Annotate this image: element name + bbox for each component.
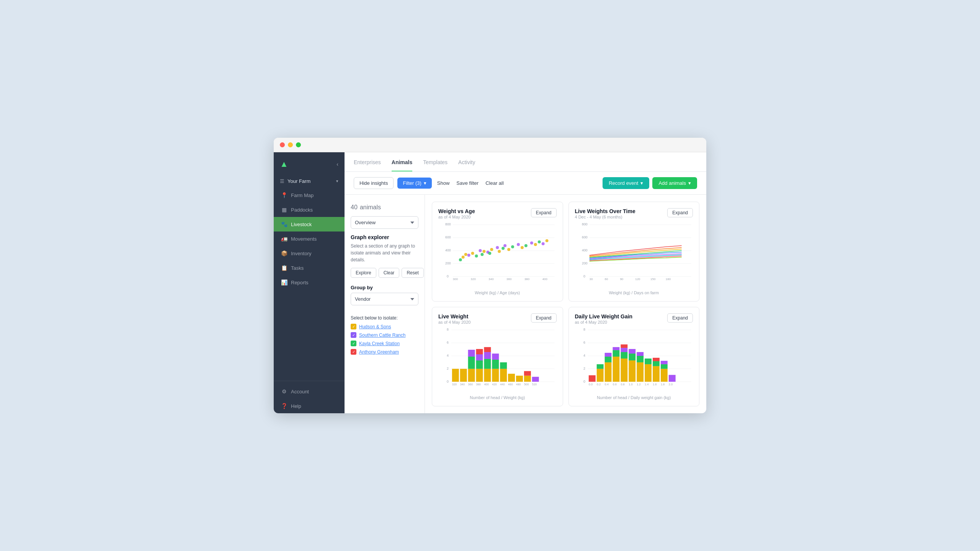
vendor-name[interactable]: Hudson & Sons bbox=[359, 324, 391, 329]
svg-rect-81 bbox=[492, 368, 499, 381]
farm-map-icon: 📍 bbox=[281, 192, 287, 198]
chart-subtitle: as of 4 May 2020 bbox=[575, 320, 633, 324]
main-content: EnterprisesAnimalsTemplatesActivity Hide… bbox=[345, 152, 706, 413]
expand-weight-vs-age-button[interactable]: Expand bbox=[531, 208, 557, 217]
vendor-name[interactable]: Kayla Creek Station bbox=[359, 341, 400, 346]
svg-text:360: 360 bbox=[506, 277, 512, 281]
vendor-name[interactable]: Southern Cattle Ranch bbox=[359, 333, 405, 338]
sidebar-item-farm-map[interactable]: 📍Farm Map bbox=[274, 188, 345, 202]
expand-daily-gain-button[interactable]: Expand bbox=[667, 313, 693, 323]
vendor-checkbox[interactable]: ✓ bbox=[351, 324, 356, 329]
sidebar-item-movements[interactable]: 🚛Movements bbox=[274, 231, 345, 246]
svg-text:500: 500 bbox=[524, 382, 529, 386]
logo-icon: ▲ bbox=[280, 159, 288, 169]
svg-text:90: 90 bbox=[620, 277, 623, 281]
record-event-label: Record event bbox=[609, 180, 638, 186]
chart-title: Weight vs Age bbox=[438, 208, 475, 214]
sidebar-item-livestock[interactable]: 🐾Livestock bbox=[274, 217, 345, 231]
charts-area: Weight vs Age as of 4 May 2020 Expand 80… bbox=[425, 195, 706, 413]
svg-point-26 bbox=[490, 248, 493, 251]
sidebar-item-reports[interactable]: 📊Reports bbox=[274, 275, 345, 290]
inventory-label: Inventory bbox=[291, 251, 311, 256]
svg-point-37 bbox=[530, 241, 533, 245]
record-event-chevron-icon: ▾ bbox=[640, 180, 643, 186]
vendor-name[interactable]: Anthony Greenham bbox=[359, 349, 399, 355]
add-animals-button[interactable]: Add animals ▾ bbox=[652, 177, 697, 189]
svg-text:6: 6 bbox=[583, 341, 585, 344]
account-label: Account bbox=[291, 389, 309, 395]
svg-text:800: 800 bbox=[581, 222, 587, 226]
chart-subtitle: 4 Dec - 4 May (6 months) bbox=[575, 215, 635, 219]
vendor-checkbox[interactable]: ✓ bbox=[351, 332, 356, 338]
sidebar: ▲ ‹ ☰ Your Farm ▾ 📍Farm Map▦Paddocks🐾Liv… bbox=[274, 152, 345, 413]
chart-header: Live Weights Over Time 4 Dec - 4 May (6 … bbox=[575, 208, 693, 219]
svg-point-41 bbox=[546, 239, 549, 242]
inventory-icon: 📦 bbox=[281, 250, 287, 256]
svg-text:1.2: 1.2 bbox=[637, 382, 640, 386]
hide-insights-button[interactable]: Hide insights bbox=[354, 177, 394, 189]
tab-animals[interactable]: Animals bbox=[392, 152, 412, 171]
vendor-checkbox[interactable]: ✓ bbox=[351, 349, 356, 355]
svg-rect-77 bbox=[484, 368, 491, 381]
weight-vs-age-chart: 800 600 400 200 0 bbox=[438, 221, 557, 289]
farm-icon: ☰ bbox=[280, 178, 284, 184]
svg-text:0.6: 0.6 bbox=[612, 382, 616, 386]
sidebar-item-help[interactable]: ❓Help bbox=[274, 399, 345, 413]
vendor-item: ✓Kayla Creek Station bbox=[351, 341, 418, 346]
svg-text:600: 600 bbox=[445, 235, 451, 239]
vendor-checkbox[interactable]: ✓ bbox=[351, 341, 356, 346]
svg-rect-79 bbox=[484, 352, 491, 359]
svg-rect-113 bbox=[596, 368, 603, 381]
group-by-select[interactable]: Vendor Paddock Tag bbox=[351, 293, 418, 305]
svg-rect-74 bbox=[476, 360, 483, 368]
svg-text:460: 460 bbox=[508, 382, 513, 386]
sidebar-item-account[interactable]: ⚙Account bbox=[274, 384, 345, 399]
daily-weight-gain-chart: 8 6 4 2 0 bbox=[575, 326, 693, 394]
tasks-label: Tasks bbox=[291, 265, 304, 271]
svg-rect-118 bbox=[612, 356, 619, 381]
clear-button[interactable]: Clear bbox=[379, 268, 400, 278]
show-button[interactable]: Show bbox=[436, 178, 451, 189]
sidebar-item-paddocks[interactable]: ▦Paddocks bbox=[274, 202, 345, 217]
minimize-dot[interactable] bbox=[288, 142, 293, 147]
app-window: ▲ ‹ ☰ Your Farm ▾ 📍Farm Map▦Paddocks🐾Liv… bbox=[274, 138, 706, 413]
explore-button[interactable]: Explore bbox=[351, 268, 376, 278]
svg-text:360: 360 bbox=[468, 382, 473, 386]
daily-gain-svg: 8 6 4 2 0 bbox=[575, 326, 693, 385]
sidebar-item-tasks[interactable]: 📋Tasks bbox=[274, 261, 345, 275]
sidebar-collapse-icon[interactable]: ‹ bbox=[336, 161, 338, 167]
tab-activity[interactable]: Activity bbox=[458, 152, 475, 171]
svg-text:320: 320 bbox=[452, 382, 457, 386]
vendor-item: ✓Southern Cattle Ranch bbox=[351, 332, 418, 338]
sidebar-farm[interactable]: ☰ Your Farm ▾ bbox=[274, 174, 345, 188]
graph-explorer-title: Graph explorer bbox=[351, 234, 418, 240]
svg-text:8: 8 bbox=[583, 328, 585, 331]
live-weights-svg: 800 600 400 200 0 bbox=[575, 221, 693, 280]
daily-weight-gain-card: Daily Live Weight Gain as of 4 May 2020 … bbox=[568, 307, 700, 407]
maximize-dot[interactable] bbox=[296, 142, 301, 147]
reset-button[interactable]: Reset bbox=[402, 268, 423, 278]
expand-live-weight-button[interactable]: Expand bbox=[531, 313, 557, 323]
svg-text:1.4: 1.4 bbox=[645, 382, 648, 386]
live-weight-axis-label: Number of head / Weight (kg) bbox=[438, 395, 557, 400]
farm-map-label: Farm Map bbox=[291, 192, 314, 198]
svg-text:0.2: 0.2 bbox=[596, 382, 600, 386]
svg-rect-119 bbox=[612, 350, 619, 357]
filter-button[interactable]: Filter (3) ▾ bbox=[397, 178, 431, 189]
tab-templates[interactable]: Templates bbox=[423, 152, 448, 171]
tab-enterprises[interactable]: Enterprises bbox=[354, 152, 381, 171]
overview-select[interactable]: Overview Details Summary bbox=[351, 216, 418, 229]
save-filter-button[interactable]: Save filter bbox=[455, 178, 480, 189]
svg-text:200: 200 bbox=[445, 261, 451, 265]
svg-rect-71 bbox=[468, 356, 475, 368]
svg-rect-134 bbox=[653, 361, 660, 366]
add-animals-label: Add animals bbox=[658, 180, 686, 186]
sidebar-item-inventory[interactable]: 📦Inventory bbox=[274, 246, 345, 261]
expand-live-weights-button[interactable]: Expand bbox=[667, 208, 693, 217]
close-dot[interactable] bbox=[280, 142, 285, 147]
svg-point-17 bbox=[464, 253, 467, 256]
svg-point-38 bbox=[534, 243, 537, 246]
svg-text:0: 0 bbox=[447, 379, 449, 383]
record-event-button[interactable]: Record event ▾ bbox=[603, 177, 649, 189]
clear-all-button[interactable]: Clear all bbox=[484, 178, 505, 189]
